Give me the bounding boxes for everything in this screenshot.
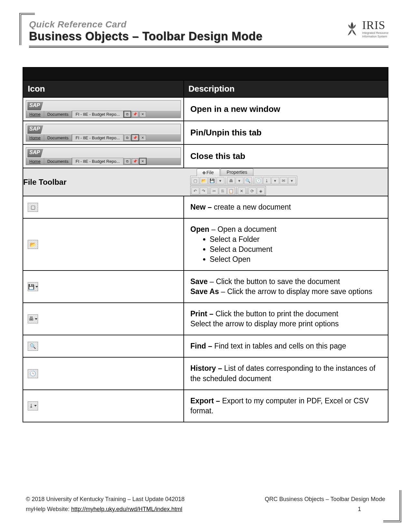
page-footer: © 2018 University of Kentucky Training –… xyxy=(26,496,385,516)
list-item: Select a Folder xyxy=(210,234,381,244)
tab-active-report[interactable]: FI - 8E - Budget Repo... xyxy=(72,158,123,165)
myhelp-link[interactable]: http://myhelp.uky.edu/rwd/HTML/index.htm… xyxy=(71,506,182,512)
track-icon[interactable]: ◈ xyxy=(257,187,265,194)
sap-logo-icon: SAP xyxy=(27,125,43,134)
pin-tab-icon[interactable]: 📌 xyxy=(132,135,138,141)
properties-tab[interactable]: Properties xyxy=(220,168,253,176)
reference-table: Icon Description SAP Home Documents FI -… xyxy=(23,67,388,422)
save-icon[interactable]: 💾 xyxy=(208,177,216,184)
iris-leaf-icon xyxy=(344,21,360,37)
close-tab-icon[interactable]: ✕ xyxy=(140,111,146,117)
open-doc-icon[interactable]: 📂 xyxy=(28,240,38,249)
desc-pin: Pin/Unpin this tab xyxy=(184,121,388,144)
print-icon[interactable]: 🖶 xyxy=(227,177,235,184)
footer-help: myHelp Website: http://myhelp.uky.edu/rw… xyxy=(26,506,182,513)
tab-documents[interactable]: Documents xyxy=(44,158,72,165)
page-number: 1 xyxy=(334,506,385,513)
sap-logo-icon: SAP xyxy=(27,149,43,157)
undo-icon[interactable]: ↶ xyxy=(191,187,199,194)
desc-new: New – create a new document xyxy=(184,196,388,218)
header-corner-bracket xyxy=(19,13,35,45)
icon-cell-save: 💾 xyxy=(23,271,184,303)
icon-cell-history: 🕓 xyxy=(23,357,184,389)
desc-history: History – List of dates corresponding to… xyxy=(184,357,388,389)
mail-dropdown-icon[interactable]: ▾ xyxy=(288,177,296,184)
list-item: Select Open xyxy=(210,254,381,264)
icon-cell-close: SAP Home Documents FI - 8E - Budget Repo… xyxy=(23,144,184,168)
open-new-window-icon[interactable]: ⧉ xyxy=(124,158,131,164)
icon-cell-pin: SAP Home Documents FI - 8E - Budget Repo… xyxy=(23,121,184,144)
tab-home[interactable]: Home xyxy=(26,111,44,118)
history-icon[interactable]: 🕓 xyxy=(255,177,262,184)
new-icon[interactable]: ▢ xyxy=(191,177,199,184)
doc-subtitle: Quick Reference Card xyxy=(29,19,344,30)
redo-icon[interactable]: ↷ xyxy=(200,187,208,194)
tab-active-report[interactable]: FI - 8E - Budget Repo... xyxy=(72,134,123,141)
new-doc-icon[interactable]: ▢ xyxy=(28,203,38,212)
cut-icon[interactable]: ✂ xyxy=(210,187,218,194)
logo-text: IRIS xyxy=(362,19,388,31)
col-header-desc: Description xyxy=(184,80,388,97)
desc-open-window: Open in a new window xyxy=(184,97,388,121)
desc-save: Save – Click the button to save the docu… xyxy=(184,271,388,303)
file-toolbar-row2: ↶ ↷ ✂ ⎘ 📋 ✕ ⟳ ◈ xyxy=(190,186,266,196)
desc-export: Export – Export to my computer in PDF, E… xyxy=(184,390,388,422)
page-header: Quick Reference Card Business Objects – … xyxy=(29,13,388,48)
export-doc-icon[interactable]: ⤓ xyxy=(28,401,38,410)
tab-documents[interactable]: Documents xyxy=(44,134,72,141)
tab-documents[interactable]: Documents xyxy=(44,111,72,118)
sap-tabstrip: SAP Home Documents FI - 8E - Budget Repo… xyxy=(26,100,181,118)
icon-cell-print: 🖶 xyxy=(23,303,184,335)
desc-open: Open – Open a document Select a Folder S… xyxy=(184,218,388,271)
print-doc-icon[interactable]: 🖶 xyxy=(28,314,38,323)
logo-tagline-2: Information System xyxy=(362,35,388,38)
mail-icon[interactable]: ✉ xyxy=(280,177,288,184)
iris-logo: IRIS Integrated Resource Information Sys… xyxy=(344,19,388,38)
refresh-icon[interactable]: ⟳ xyxy=(249,187,256,194)
export-icon[interactable]: ⤓ xyxy=(263,177,271,184)
open-new-window-icon[interactable]: ⧉ xyxy=(124,111,131,117)
tab-home[interactable]: Home xyxy=(26,158,44,165)
close-tab-icon[interactable]: ✕ xyxy=(140,158,146,164)
save-dropdown-icon[interactable]: ▾ xyxy=(217,177,224,184)
delete-icon[interactable]: ✕ xyxy=(238,187,246,194)
open-new-window-icon[interactable]: ⧉ xyxy=(124,135,131,141)
footer-corner-bracket xyxy=(383,490,401,522)
desc-print: Print – Click the button to print the do… xyxy=(184,303,388,335)
icon-cell-find: 🔍 xyxy=(23,335,184,357)
pin-tab-icon[interactable]: 📌 xyxy=(132,111,138,117)
desc-find: Find – Find text in tables and cells on … xyxy=(184,335,388,357)
table-top-bar xyxy=(23,67,388,80)
logo-tagline-1: Integrated Resource xyxy=(362,32,388,34)
icon-cell-open: 📂 xyxy=(23,218,184,271)
paste-icon[interactable]: 📋 xyxy=(227,187,235,194)
file-toolbar-row1: ▢ 📂 💾▾ 🖶▾ 🔍 🕓 ⤓▾ ✉▾ xyxy=(190,176,297,185)
find-icon[interactable]: 🔍 xyxy=(244,177,252,184)
tab-home[interactable]: Home xyxy=(26,134,44,141)
find-doc-icon[interactable]: 🔍 xyxy=(28,342,38,351)
icon-cell-open-window: SAP Home Documents FI - 8E - Budget Repo… xyxy=(23,97,184,121)
file-tab[interactable]: File xyxy=(197,169,220,176)
col-header-icon: Icon xyxy=(23,80,184,97)
history-doc-icon[interactable]: 🕓 xyxy=(28,369,38,378)
footer-doc-title: QRC Business Objects – Toolbar Design Mo… xyxy=(265,496,385,503)
icon-cell-new: ▢ xyxy=(23,196,184,218)
pin-tab-icon[interactable]: 📌 xyxy=(132,158,138,164)
open-icon[interactable]: 📂 xyxy=(200,177,208,184)
list-item: Select a Document xyxy=(210,244,381,254)
doc-title: Business Objects – Toolbar Design Mode xyxy=(29,30,344,43)
save-doc-icon[interactable]: 💾 xyxy=(28,282,38,291)
footer-copyright: © 2018 University of Kentucky Training –… xyxy=(26,496,185,503)
desc-close: Close this tab xyxy=(184,144,388,168)
file-toolbar-image: File Properties ▢ 📂 💾▾ 🖶▾ 🔍 🕓 ⤓▾ ✉▾ ↶ ↷ … xyxy=(184,168,388,196)
print-dropdown-icon[interactable]: ▾ xyxy=(236,177,243,184)
tab-active-report[interactable]: FI - 8E - Budget Repo... xyxy=(72,111,123,118)
file-toolbar-label: File Toolbar xyxy=(23,168,184,196)
export-dropdown-icon[interactable]: ▾ xyxy=(271,177,279,184)
sap-logo-icon: SAP xyxy=(27,102,43,110)
close-tab-icon[interactable]: ✕ xyxy=(140,135,146,141)
icon-cell-export: ⤓ xyxy=(23,390,184,422)
copy-icon[interactable]: ⎘ xyxy=(219,187,227,194)
